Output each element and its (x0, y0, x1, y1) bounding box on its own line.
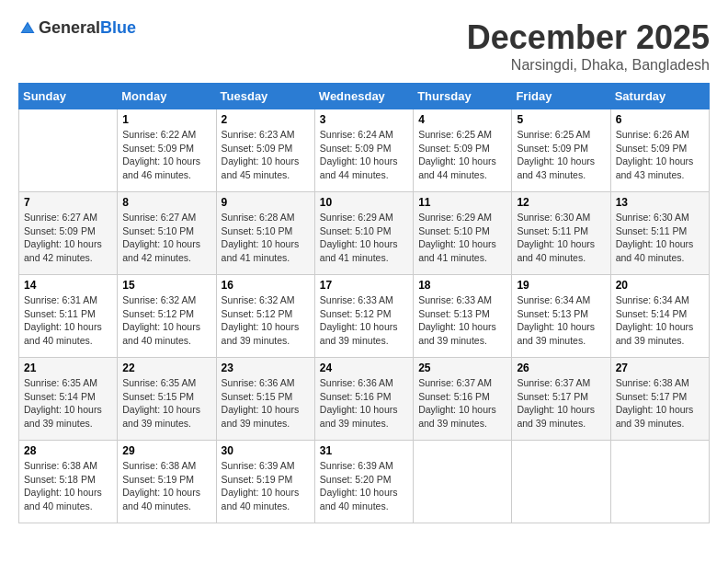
day-number: 15 (122, 279, 210, 292)
day-info: Sunrise: 6:37 AM Sunset: 5:16 PM Dayligh… (418, 376, 506, 431)
day-number: 3 (320, 113, 408, 126)
day-number: 25 (418, 362, 506, 374)
day-info: Sunrise: 6:39 AM Sunset: 5:20 PM Dayligh… (320, 459, 408, 513)
calendar-cell: 27Sunrise: 6:38 AM Sunset: 5:17 PM Dayli… (610, 358, 709, 441)
day-info: Sunrise: 6:38 AM Sunset: 5:19 PM Dayligh… (122, 459, 210, 513)
day-number: 13 (616, 196, 704, 209)
calendar-cell: 23Sunrise: 6:36 AM Sunset: 5:15 PM Dayli… (216, 358, 314, 441)
day-number: 11 (418, 196, 506, 209)
day-info: Sunrise: 6:32 AM Sunset: 5:12 PM Dayligh… (222, 293, 310, 348)
logo-blue: Blue (100, 18, 136, 37)
day-info: Sunrise: 6:34 AM Sunset: 5:14 PM Dayligh… (616, 293, 704, 348)
calendar-cell: 30Sunrise: 6:39 AM Sunset: 5:19 PM Dayli… (216, 441, 314, 523)
calendar-cell: 13Sunrise: 6:30 AM Sunset: 5:11 PM Dayli… (610, 192, 709, 275)
day-info: Sunrise: 6:31 AM Sunset: 5:11 PM Dayligh… (24, 293, 112, 348)
day-info: Sunrise: 6:24 AM Sunset: 5:09 PM Dayligh… (320, 128, 408, 182)
day-number: 9 (222, 196, 310, 209)
calendar-cell: 10Sunrise: 6:29 AM Sunset: 5:10 PM Dayli… (314, 192, 413, 275)
calendar-cell: 17Sunrise: 6:33 AM Sunset: 5:12 PM Dayli… (314, 275, 413, 358)
day-info: Sunrise: 6:25 AM Sunset: 5:09 PM Dayligh… (418, 128, 506, 182)
week-row-0: 1Sunrise: 6:22 AM Sunset: 5:09 PM Daylig… (19, 109, 710, 192)
day-number: 17 (320, 279, 408, 292)
day-info: Sunrise: 6:22 AM Sunset: 5:09 PM Dayligh… (122, 128, 210, 182)
calendar-cell: 9Sunrise: 6:28 AM Sunset: 5:10 PM Daylig… (216, 192, 314, 275)
calendar-cell: 6Sunrise: 6:26 AM Sunset: 5:09 PM Daylig… (610, 109, 709, 192)
day-number: 16 (222, 279, 310, 292)
day-info: Sunrise: 6:35 AM Sunset: 5:15 PM Dayligh… (122, 376, 210, 431)
day-number: 31 (320, 444, 408, 457)
calendar-cell (610, 441, 709, 523)
logo: GeneralBlue (18, 18, 136, 38)
day-info: Sunrise: 6:37 AM Sunset: 5:17 PM Dayligh… (517, 376, 605, 431)
calendar-cell (19, 109, 118, 192)
calendar-cell: 14Sunrise: 6:31 AM Sunset: 5:11 PM Dayli… (19, 275, 118, 358)
calendar-cell: 12Sunrise: 6:30 AM Sunset: 5:11 PM Dayli… (512, 192, 610, 275)
day-info: Sunrise: 6:34 AM Sunset: 5:13 PM Dayligh… (517, 293, 605, 348)
calendar-cell: 29Sunrise: 6:38 AM Sunset: 5:19 PM Dayli… (118, 441, 216, 523)
calendar-cell: 24Sunrise: 6:36 AM Sunset: 5:16 PM Dayli… (314, 358, 413, 441)
day-info: Sunrise: 6:26 AM Sunset: 5:09 PM Dayligh… (616, 128, 704, 182)
week-row-1: 7Sunrise: 6:27 AM Sunset: 5:09 PM Daylig… (19, 192, 710, 275)
day-number: 28 (24, 444, 112, 457)
day-number: 8 (122, 196, 210, 209)
calendar-cell: 7Sunrise: 6:27 AM Sunset: 5:09 PM Daylig… (19, 192, 118, 275)
day-info: Sunrise: 6:36 AM Sunset: 5:16 PM Dayligh… (320, 376, 408, 431)
calendar-cell: 20Sunrise: 6:34 AM Sunset: 5:14 PM Dayli… (610, 275, 709, 358)
calendar-cell: 21Sunrise: 6:35 AM Sunset: 5:14 PM Dayli… (19, 358, 118, 441)
day-number: 27 (616, 362, 704, 374)
day-info: Sunrise: 6:23 AM Sunset: 5:09 PM Dayligh… (222, 128, 310, 182)
day-info: Sunrise: 6:28 AM Sunset: 5:10 PM Dayligh… (222, 211, 310, 265)
day-info: Sunrise: 6:32 AM Sunset: 5:12 PM Dayligh… (122, 293, 210, 348)
day-info: Sunrise: 6:25 AM Sunset: 5:09 PM Dayligh… (517, 128, 605, 182)
header-day-tuesday: Tuesday (216, 84, 314, 109)
day-info: Sunrise: 6:30 AM Sunset: 5:11 PM Dayligh… (616, 211, 704, 265)
day-number: 21 (24, 362, 112, 374)
day-info: Sunrise: 6:33 AM Sunset: 5:12 PM Dayligh… (320, 293, 408, 348)
day-info: Sunrise: 6:27 AM Sunset: 5:10 PM Dayligh… (122, 211, 210, 265)
day-info: Sunrise: 6:29 AM Sunset: 5:10 PM Dayligh… (418, 211, 506, 265)
day-info: Sunrise: 6:33 AM Sunset: 5:13 PM Dayligh… (418, 293, 506, 348)
page-header: GeneralBlue December 2025 Narsingdi, Dha… (18, 18, 710, 74)
location-label: Narsingdi, Dhaka, Bangladesh (467, 57, 710, 74)
day-number: 30 (222, 444, 310, 457)
day-number: 14 (24, 279, 112, 292)
header-day-wednesday: Wednesday (314, 84, 413, 109)
header-day-monday: Monday (118, 84, 216, 109)
header-day-saturday: Saturday (610, 84, 709, 109)
calendar-body: 1Sunrise: 6:22 AM Sunset: 5:09 PM Daylig… (19, 109, 710, 523)
day-info: Sunrise: 6:29 AM Sunset: 5:10 PM Dayligh… (320, 211, 408, 265)
day-info: Sunrise: 6:35 AM Sunset: 5:14 PM Dayligh… (24, 376, 112, 431)
week-row-2: 14Sunrise: 6:31 AM Sunset: 5:11 PM Dayli… (19, 275, 710, 358)
calendar-cell: 18Sunrise: 6:33 AM Sunset: 5:13 PM Dayli… (414, 275, 512, 358)
day-info: Sunrise: 6:39 AM Sunset: 5:19 PM Dayligh… (222, 459, 310, 513)
day-info: Sunrise: 6:38 AM Sunset: 5:18 PM Dayligh… (24, 459, 112, 513)
calendar-cell: 11Sunrise: 6:29 AM Sunset: 5:10 PM Dayli… (414, 192, 512, 275)
day-number: 22 (122, 362, 210, 374)
day-number: 26 (517, 362, 605, 374)
day-info: Sunrise: 6:38 AM Sunset: 5:17 PM Dayligh… (616, 376, 704, 431)
calendar-cell: 8Sunrise: 6:27 AM Sunset: 5:10 PM Daylig… (118, 192, 216, 275)
calendar-header-row: SundayMondayTuesdayWednesdayThursdayFrid… (19, 84, 710, 109)
calendar-table: SundayMondayTuesdayWednesdayThursdayFrid… (18, 83, 710, 523)
day-number: 6 (616, 113, 704, 126)
day-number: 10 (320, 196, 408, 209)
day-number: 7 (24, 196, 112, 209)
svg-marker-1 (22, 24, 33, 32)
day-number: 29 (122, 444, 210, 457)
title-section: December 2025 Narsingdi, Dhaka, Banglade… (467, 18, 710, 74)
logo-general: General (39, 18, 100, 37)
header-day-friday: Friday (512, 84, 610, 109)
day-number: 19 (517, 279, 605, 292)
logo-icon (18, 19, 37, 38)
calendar-cell: 4Sunrise: 6:25 AM Sunset: 5:09 PM Daylig… (414, 109, 512, 192)
calendar-cell: 5Sunrise: 6:25 AM Sunset: 5:09 PM Daylig… (512, 109, 610, 192)
calendar-cell: 26Sunrise: 6:37 AM Sunset: 5:17 PM Dayli… (512, 358, 610, 441)
day-number: 4 (418, 113, 506, 126)
day-number: 12 (517, 196, 605, 209)
calendar-cell: 2Sunrise: 6:23 AM Sunset: 5:09 PM Daylig… (216, 109, 314, 192)
day-number: 18 (418, 279, 506, 292)
day-number: 23 (222, 362, 310, 374)
header-day-thursday: Thursday (414, 84, 512, 109)
day-info: Sunrise: 6:30 AM Sunset: 5:11 PM Dayligh… (517, 211, 605, 265)
month-year-title: December 2025 (467, 18, 710, 57)
